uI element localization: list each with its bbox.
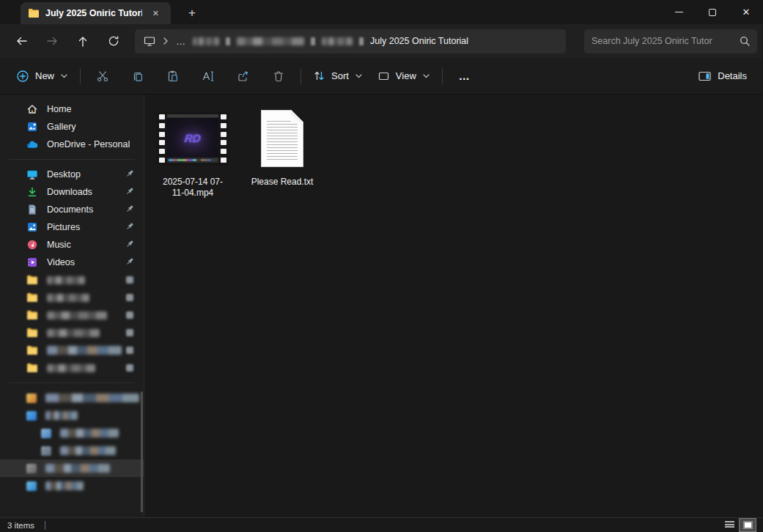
breadcrumb-redacted[interactable] bbox=[322, 37, 353, 45]
delete-icon bbox=[272, 70, 285, 83]
sidebar-item-redacted-selected[interactable] bbox=[0, 459, 144, 477]
sidebar-item-desktop[interactable]: Desktop bbox=[0, 166, 144, 183]
sidebar-item-downloads[interactable]: Downloads bbox=[0, 183, 144, 201]
downloads-icon bbox=[26, 186, 38, 198]
details-button[interactable]: Details bbox=[690, 64, 754, 89]
sidebar-item-label: Videos bbox=[47, 257, 75, 267]
breadcrumb-redacted[interactable] bbox=[193, 37, 219, 45]
sidebar-separator bbox=[9, 383, 135, 383]
ellipsis-icon: … bbox=[459, 70, 471, 82]
gallery-icon bbox=[26, 121, 38, 133]
maximize-button[interactable] bbox=[696, 0, 729, 24]
cut-button[interactable] bbox=[85, 64, 120, 89]
forward-button[interactable] bbox=[37, 28, 67, 54]
redacted-label bbox=[47, 364, 95, 372]
up-button[interactable] bbox=[67, 28, 98, 54]
pin-icon bbox=[125, 204, 135, 216]
sort-icon bbox=[313, 70, 325, 82]
this-pc-icon bbox=[144, 35, 155, 47]
sidebar-item-redacted-folder[interactable] bbox=[0, 359, 144, 377]
sidebar-item-redacted-folder[interactable] bbox=[0, 271, 144, 289]
redacted-label bbox=[47, 346, 122, 355]
see-more-button[interactable]: … bbox=[447, 64, 482, 89]
minimize-button[interactable] bbox=[662, 0, 696, 24]
pin-icon bbox=[125, 186, 135, 199]
breadcrumb-overflow[interactable]: … bbox=[176, 36, 186, 47]
file-item-text[interactable]: Please Read.txt bbox=[241, 103, 323, 188]
sort-button[interactable]: Sort bbox=[306, 64, 370, 89]
file-name[interactable]: 2025-07-14 07-11-04.mp4 bbox=[158, 177, 228, 199]
back-button[interactable] bbox=[6, 28, 37, 54]
sidebar-item-redacted-folder[interactable] bbox=[0, 341, 144, 359]
sidebar-item-redacted-folder[interactable] bbox=[0, 324, 144, 341]
delete-button[interactable] bbox=[261, 64, 296, 89]
sidebar-item-gallery[interactable]: Gallery bbox=[0, 118, 144, 136]
pin-icon bbox=[126, 294, 133, 301]
new-tab-button[interactable]: + bbox=[181, 2, 203, 24]
sidebar-item-redacted[interactable] bbox=[0, 424, 144, 442]
sidebar-item-videos[interactable]: Videos bbox=[0, 254, 144, 271]
new-button[interactable]: New bbox=[9, 64, 75, 89]
file-item-video[interactable]: RD 2025-07-14 07-11-04.mp4 bbox=[152, 103, 234, 199]
close-tab-icon[interactable]: ✕ bbox=[148, 7, 163, 20]
details-view-toggle[interactable] bbox=[721, 519, 737, 531]
details-pane-icon bbox=[698, 70, 712, 82]
paste-button[interactable] bbox=[155, 64, 191, 89]
sidebar-item-pictures[interactable]: Pictures bbox=[0, 218, 144, 236]
copy-button[interactable] bbox=[120, 64, 155, 89]
refresh-button[interactable] bbox=[98, 28, 129, 54]
folder-icon bbox=[26, 309, 38, 321]
redacted-label bbox=[60, 429, 119, 437]
share-button[interactable] bbox=[226, 64, 261, 89]
sidebar-item-documents[interactable]: Documents bbox=[0, 201, 144, 218]
close-window-button[interactable]: ✕ bbox=[729, 0, 763, 24]
breadcrumb-redacted[interactable] bbox=[237, 37, 304, 45]
redacted-label bbox=[47, 311, 107, 319]
folder-icon bbox=[28, 7, 40, 19]
music-icon bbox=[26, 239, 38, 251]
file-list: RD 2025-07-14 07-11-04.mp4 bbox=[144, 95, 763, 517]
sidebar-scrollbar[interactable] bbox=[141, 391, 143, 512]
sidebar-item-onedrive[interactable]: OneDrive - Personal bbox=[0, 136, 144, 153]
sidebar-item-home[interactable]: Home bbox=[0, 100, 144, 118]
rename-button[interactable] bbox=[191, 64, 226, 89]
file-name[interactable]: Please Read.txt bbox=[251, 177, 314, 188]
video-frame: RD bbox=[167, 114, 218, 163]
sidebar-item-redacted[interactable] bbox=[0, 442, 144, 459]
pin-icon bbox=[125, 239, 135, 251]
breadcrumb-separator bbox=[359, 37, 364, 45]
sidebar-item-label: Pictures bbox=[47, 222, 80, 232]
view-button[interactable]: View bbox=[370, 64, 438, 89]
search-input[interactable] bbox=[591, 36, 740, 46]
sidebar-item-redacted[interactable] bbox=[0, 477, 144, 495]
details-view-icon bbox=[725, 521, 734, 529]
large-icons-view-toggle[interactable] bbox=[740, 519, 756, 531]
tab-title: July 2025 Oniric Tutorial bbox=[45, 8, 142, 18]
filmstrip-holes bbox=[219, 114, 228, 163]
toolbar-separator bbox=[442, 68, 443, 84]
pin-icon bbox=[126, 311, 133, 319]
breadcrumb-separator bbox=[226, 37, 230, 45]
view-icon bbox=[377, 70, 390, 82]
address-bar[interactable]: … July 2025 Oniric Tutorial bbox=[135, 29, 566, 53]
new-label: New bbox=[35, 70, 54, 81]
rd-logo: RD bbox=[184, 132, 201, 144]
redacted-icon bbox=[26, 481, 37, 491]
sidebar-item-redacted[interactable] bbox=[0, 389, 144, 407]
window-controls: ✕ bbox=[662, 0, 763, 24]
search-box[interactable] bbox=[584, 29, 757, 53]
sidebar-item-redacted[interactable] bbox=[0, 407, 144, 424]
pin-icon bbox=[125, 256, 135, 269]
chevron-right-icon bbox=[162, 37, 169, 45]
tab-current-folder[interactable]: July 2025 Oniric Tutorial ✕ bbox=[21, 2, 171, 24]
sidebar-item-redacted-folder[interactable] bbox=[0, 306, 144, 324]
search-icon[interactable] bbox=[740, 36, 750, 46]
item-count: 3 items bbox=[7, 521, 34, 530]
sidebar-item-music[interactable]: Music bbox=[0, 236, 144, 254]
sidebar-item-redacted-folder[interactable] bbox=[0, 289, 144, 306]
sidebar-item-label: Downloads bbox=[47, 187, 92, 197]
view-label: View bbox=[396, 70, 416, 81]
status-divider bbox=[45, 521, 45, 530]
pin-icon bbox=[126, 364, 133, 372]
breadcrumb-current-folder[interactable]: July 2025 Oniric Tutorial bbox=[370, 36, 468, 46]
